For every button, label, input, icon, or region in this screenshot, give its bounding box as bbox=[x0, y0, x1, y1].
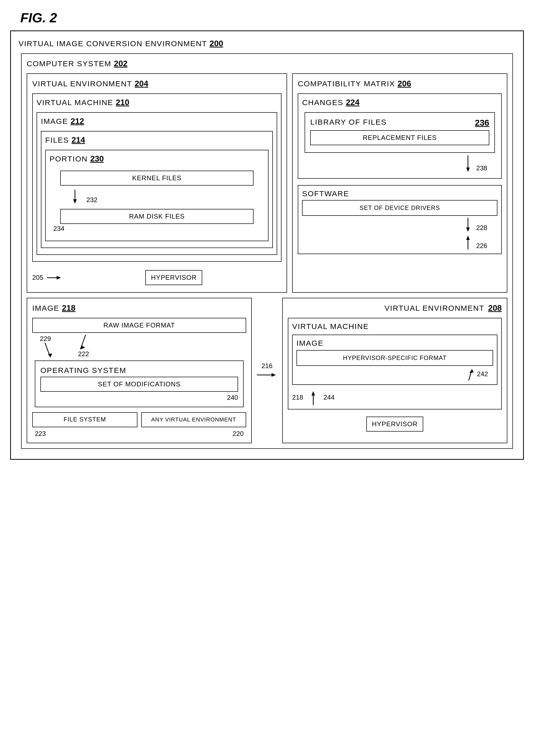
image-218-ref: 218 bbox=[62, 303, 75, 313]
ref-244: 244 bbox=[323, 393, 334, 401]
image-212-ref: 212 bbox=[70, 117, 84, 126]
nested-vm-label: VIRTUAL MACHINE bbox=[292, 322, 369, 331]
svg-marker-5 bbox=[466, 168, 470, 172]
replacement-files-box: REPLACEMENT FILES bbox=[310, 130, 489, 145]
svg-marker-1 bbox=[73, 199, 77, 203]
any-virtual-box: ANY VIRTUAL ENVIRONMENT bbox=[141, 412, 246, 427]
outer-label: VIRTUAL IMAGE CONVERSION ENVIRONMENT bbox=[18, 40, 207, 48]
files-214-box: FILES 214 PORTION 230 bbox=[41, 131, 273, 248]
computer-system-box: COMPUTER SYSTEM 202 VIRTUAL ENVIRONMENT … bbox=[21, 53, 513, 449]
ref-240: 240 bbox=[227, 394, 238, 401]
ref-229: 229 bbox=[40, 335, 51, 343]
software-label: SOFTWARE bbox=[302, 189, 349, 198]
outer-conversion-env: VIRTUAL IMAGE CONVERSION ENVIRONMENT 200… bbox=[10, 31, 524, 460]
ref-222: 222 bbox=[78, 350, 89, 358]
nested-image-box: IMAGE HYPERVISOR-SPECIFIC FORMAT 242 bbox=[292, 335, 497, 385]
compat-ref: 206 bbox=[398, 79, 411, 88]
ref-205: 205 bbox=[32, 274, 43, 282]
file-system-box: FILE SYSTEM bbox=[32, 412, 137, 427]
ram-disk-box: RAM DISK FILES bbox=[60, 209, 254, 224]
outer-ref: 200 bbox=[210, 39, 223, 48]
virtual-env-ref: 204 bbox=[135, 79, 148, 88]
svg-line-16 bbox=[469, 372, 471, 381]
svg-marker-11 bbox=[48, 353, 52, 358]
raw-image-box: RAW IMAGE FORMAT bbox=[32, 318, 246, 333]
hypervisor-specific-box: HYPERVISOR-SPECIFIC FORMAT bbox=[296, 350, 493, 366]
arrow-228 bbox=[462, 218, 474, 233]
library-ref: 236 bbox=[475, 118, 489, 128]
modifications-box: SET OF MODIFICATIONS bbox=[41, 377, 238, 392]
ref-223: 223 bbox=[35, 430, 46, 438]
virt-env-208-box: VIRTUAL ENVIRONMENT 208 VIRTUAL MACHINE … bbox=[282, 298, 507, 443]
computer-system-ref: 202 bbox=[114, 59, 127, 68]
horiz-arrow-216 bbox=[257, 371, 277, 379]
library-label: LIBRARY OF FILES bbox=[310, 118, 387, 126]
svg-marker-9 bbox=[466, 235, 470, 240]
software-box: SOFTWARE SET OF DEVICE DRIVERS 228 bbox=[298, 185, 502, 254]
changes-box: CHANGES 224 LIBRARY OF FILES 236 REPLACE… bbox=[298, 94, 502, 179]
image-212-label: IMAGE bbox=[41, 117, 68, 126]
changes-label: CHANGES bbox=[302, 98, 343, 107]
vm-210-box: VIRTUAL MACHINE 210 IMAGE 212 FILES bbox=[32, 94, 281, 262]
virt-env-208-label: VIRTUAL ENVIRONMENT bbox=[385, 304, 485, 312]
arrow-222-down bbox=[78, 335, 93, 350]
fig-title: FIG. 2 bbox=[20, 10, 524, 25]
hypervisor-right-box: HYPERVISOR bbox=[366, 417, 423, 432]
ref-228: 228 bbox=[476, 224, 487, 232]
svg-marker-3 bbox=[57, 276, 61, 280]
ref-232: 232 bbox=[86, 196, 97, 204]
portion-ref: 230 bbox=[90, 154, 104, 164]
os-box: OPERATING SYSTEM SET OF MODIFICATIONS 24… bbox=[35, 361, 244, 407]
computer-system-label: COMPUTER SYSTEM bbox=[27, 59, 111, 68]
ref-238: 238 bbox=[476, 164, 487, 172]
device-drivers-box: SET OF DEVICE DRIVERS bbox=[302, 200, 497, 216]
svg-marker-19 bbox=[311, 391, 315, 395]
image-212-box: IMAGE 212 FILES 214 bbox=[37, 112, 277, 255]
arrow-238 bbox=[462, 155, 474, 173]
arrow-229-down bbox=[40, 343, 55, 358]
ref-234: 234 bbox=[53, 225, 64, 232]
image-218-label: IMAGE bbox=[32, 304, 59, 312]
ref-218-bottom: 218 bbox=[292, 393, 303, 401]
files-ref: 214 bbox=[71, 135, 85, 145]
portion-230-box: PORTION 230 KERNEL FILES bbox=[45, 150, 268, 241]
image-218-left-box: IMAGE 218 RAW IMAGE FORMAT 229 bbox=[27, 298, 252, 443]
arrow-242 bbox=[463, 368, 475, 381]
virtual-env-label: VIRTUAL ENVIRONMENT bbox=[32, 79, 132, 88]
svg-marker-17 bbox=[469, 369, 473, 373]
files-label: FILES bbox=[45, 136, 69, 145]
library-box: LIBRARY OF FILES 236 REPLACEMENT FILES bbox=[305, 112, 495, 153]
nested-vm-box: VIRTUAL MACHINE IMAGE HYPERVISOR-SPECIFI… bbox=[288, 318, 502, 410]
arrow-205 bbox=[47, 274, 62, 282]
changes-ref: 224 bbox=[346, 98, 359, 107]
arrow-226 bbox=[462, 234, 474, 250]
virtual-env-204-box: VIRTUAL ENVIRONMENT 204 VIRTUAL MACHINE … bbox=[27, 73, 287, 293]
ref-226: 226 bbox=[476, 242, 487, 250]
vm-ref: 210 bbox=[116, 98, 129, 107]
ref-220: 220 bbox=[233, 430, 244, 438]
hypervisor-left-box: HYPERVISOR bbox=[145, 270, 202, 285]
compat-label: COMPATIBILITY MATRIX bbox=[298, 79, 395, 88]
vm-label: VIRTUAL MACHINE bbox=[37, 98, 113, 107]
portion-label: PORTION bbox=[49, 155, 88, 163]
nested-image-label: IMAGE bbox=[296, 339, 323, 347]
svg-marker-7 bbox=[466, 228, 470, 232]
os-label: OPERATING SYSTEM bbox=[41, 366, 126, 374]
ref-216: 216 bbox=[262, 362, 272, 370]
compat-matrix-box: COMPATIBILITY MATRIX 206 CHANGES 224 LIB… bbox=[292, 73, 507, 293]
arrow-232 bbox=[65, 190, 85, 205]
arrow-up-to-vm bbox=[306, 390, 321, 405]
svg-marker-15 bbox=[271, 373, 276, 377]
ref-242: 242 bbox=[477, 370, 488, 378]
kernel-files-box: KERNEL FILES bbox=[60, 171, 254, 186]
virt-env-208-ref: 208 bbox=[488, 303, 502, 313]
